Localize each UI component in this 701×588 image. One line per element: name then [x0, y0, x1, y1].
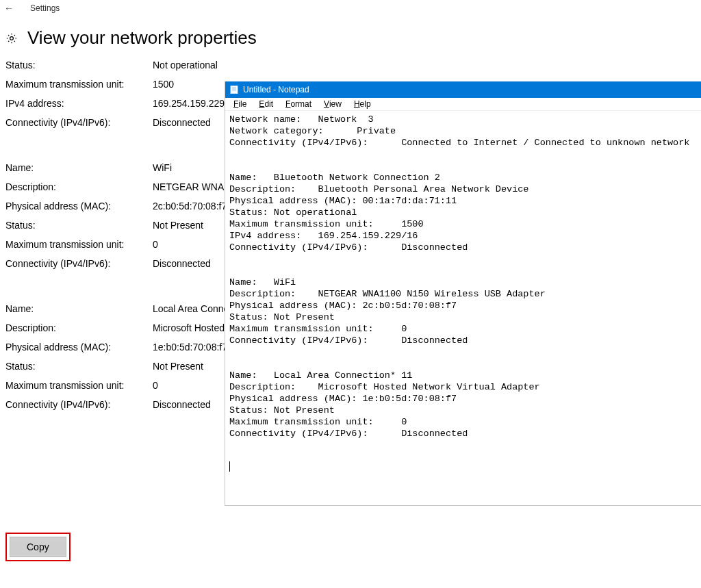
copy-button[interactable]: Copy	[10, 537, 66, 557]
property-label: Name:	[5, 162, 153, 173]
svg-rect-1	[231, 86, 238, 94]
menu-format[interactable]: Format	[280, 99, 317, 110]
page-title: View your network properties	[27, 27, 257, 49]
property-label: Physical address (MAC):	[5, 342, 153, 353]
property-value: 2c:b0:5d:70:08:f7	[153, 201, 227, 212]
property-value: 0	[153, 239, 158, 250]
menu-edit[interactable]: Edit	[253, 99, 279, 110]
property-value: Disconnected	[153, 258, 211, 269]
property-label: Status:	[5, 60, 153, 71]
menu-help[interactable]: Help	[348, 99, 377, 110]
property-label: Status:	[5, 361, 153, 372]
property-label: Name:	[5, 303, 153, 314]
property-label: IPv4 address:	[5, 98, 153, 109]
property-label: Status:	[5, 220, 153, 231]
text-caret	[229, 461, 230, 472]
notepad-title: Untitled - Notepad	[243, 85, 309, 94]
notepad-icon	[229, 85, 239, 94]
property-value: Not Present	[153, 220, 203, 231]
menu-view[interactable]: View	[318, 99, 347, 110]
property-value: WiFi	[153, 162, 172, 173]
property-label: Description:	[5, 181, 153, 192]
notepad-text-content: Network name: Network 3 Network category…	[229, 114, 689, 439]
property-value: Disconnected	[153, 117, 211, 128]
notepad-menubar: File Edit Format View Help	[225, 98, 701, 111]
copy-button-area: Copy	[5, 533, 71, 561]
settings-app-title: Settings	[30, 3, 60, 13]
property-value: Not Present	[153, 361, 203, 372]
property-label: Maximum transmission unit:	[5, 239, 153, 250]
property-label: Description:	[5, 322, 153, 333]
property-label: Connectivity (IPv4/IPv6):	[5, 399, 153, 410]
gear-icon	[5, 32, 18, 44]
notepad-text-area[interactable]: Network name: Network 3 Network category…	[225, 111, 701, 505]
copy-highlight-box: Copy	[5, 533, 71, 561]
settings-header: ← Settings	[0, 0, 701, 16]
property-label: Maximum transmission unit:	[5, 380, 153, 391]
property-label: Physical address (MAC):	[5, 201, 153, 212]
property-row: Status: Not operational	[5, 55, 696, 75]
property-label: Maximum transmission unit:	[5, 79, 153, 90]
notepad-window[interactable]: Untitled - Notepad File Edit Format View…	[225, 81, 701, 506]
property-label: Connectivity (IPv4/IPv6):	[5, 258, 153, 269]
property-label: Connectivity (IPv4/IPv6):	[5, 117, 153, 128]
back-button[interactable]: ←	[4, 3, 14, 14]
property-value: Disconnected	[153, 399, 211, 410]
property-value: 1500	[153, 79, 174, 90]
property-value: Not operational	[153, 60, 218, 71]
page-title-row: View your network properties	[0, 16, 701, 55]
menu-file[interactable]: File	[228, 99, 252, 110]
property-value: 1e:b0:5d:70:08:f7	[153, 342, 227, 353]
property-value: 0	[153, 380, 158, 391]
notepad-titlebar[interactable]: Untitled - Notepad	[225, 81, 701, 98]
svg-point-0	[10, 36, 14, 40]
